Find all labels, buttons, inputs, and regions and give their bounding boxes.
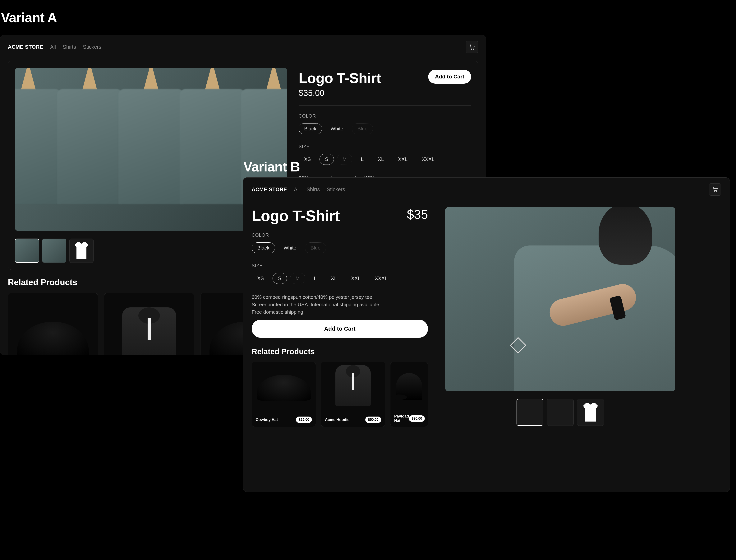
thumbnail-1[interactable] [15, 239, 39, 263]
related-products: Related Products Cowboy Hat $25.00 Acme … [252, 347, 428, 427]
cart-icon [469, 44, 475, 50]
related-card-payload-hat[interactable]: Payload Hat $20.00 [390, 362, 428, 427]
size-options: XS S M L XL XXL XXXL [252, 273, 428, 284]
color-options: Black White Blue [252, 242, 428, 253]
product-title: Logo T-Shirt [299, 70, 420, 86]
color-label: COLOR [252, 232, 428, 238]
tshirt-icon [581, 403, 600, 422]
color-black[interactable]: Black [252, 242, 275, 253]
size-label: SIZE [299, 144, 471, 149]
cart-button[interactable] [466, 41, 478, 53]
related-name: Cowboy Hat [256, 418, 278, 422]
related-row: Cowboy Hat $25.00 Acme Hoodie $50.00 [252, 362, 428, 427]
thumbnail-1[interactable] [516, 399, 543, 426]
color-blue: Blue [352, 123, 373, 134]
nav-shirts[interactable]: Shirts [307, 187, 320, 193]
hero-image [445, 207, 675, 391]
color-label: COLOR [299, 113, 471, 119]
svg-point-2 [714, 191, 715, 192]
color-white[interactable]: White [278, 242, 302, 253]
related-card-cowboy-hat[interactable]: Cowboy Hat $25.00 [252, 362, 316, 427]
thumbnail-2[interactable] [42, 239, 66, 263]
size-m: M [337, 154, 352, 165]
size-xs[interactable]: XS [299, 154, 317, 165]
size-l[interactable]: L [356, 154, 369, 165]
color-options: Black White Blue [299, 123, 471, 134]
svg-point-1 [473, 49, 474, 49]
add-to-cart-button[interactable]: Add to Cart [428, 70, 471, 84]
related-title: Related Products [252, 347, 428, 356]
nav-shirts[interactable]: Shirts [63, 44, 76, 50]
size-xs[interactable]: XS [252, 273, 270, 284]
hoodie-icon [122, 307, 176, 355]
product-details: Logo T-Shirt $35 COLOR Black White Blue … [252, 207, 428, 427]
related-price: $20.00 [409, 415, 425, 422]
product-title: Logo T-Shirt [252, 207, 340, 225]
thumbnail-row [445, 399, 675, 426]
nav-stickers[interactable]: Stickers [83, 44, 101, 50]
thumbnail-3[interactable] [69, 239, 94, 263]
header: ACME STORE All Shirts Stickers [0, 35, 486, 59]
product-price: $35 [407, 207, 428, 222]
related-card-1[interactable] [8, 293, 98, 355]
hat-icon [257, 375, 311, 401]
size-xl[interactable]: XL [372, 154, 389, 165]
color-blue: Blue [305, 242, 326, 253]
thumbnail-2[interactable] [547, 399, 574, 426]
divider [299, 105, 471, 106]
size-xxxl[interactable]: XXXL [416, 154, 440, 165]
product-price: $35.00 [299, 88, 471, 98]
product-description: 60% combed ringspun cotton/40% polyester… [252, 293, 386, 316]
cart-icon [712, 187, 718, 192]
add-to-cart-button[interactable]: Add to Cart [252, 320, 428, 338]
size-xl[interactable]: XL [325, 273, 343, 284]
store-logo[interactable]: ACME STORE [8, 44, 43, 50]
related-card-2[interactable] [104, 293, 194, 355]
size-xxl[interactable]: XXL [392, 154, 413, 165]
related-card-hoodie[interactable]: Acme Hoodie $50.00 [321, 362, 385, 427]
color-black[interactable]: Black [299, 123, 322, 134]
thumbnail-3[interactable] [577, 399, 604, 426]
related-name: Acme Hoodie [325, 418, 350, 422]
cart-button[interactable] [709, 183, 721, 196]
nav-all[interactable]: All [50, 44, 56, 50]
variant-b-card: ACME STORE All Shirts Stickers Logo T-Sh… [243, 177, 730, 492]
size-s[interactable]: S [273, 273, 287, 284]
svg-point-3 [716, 191, 717, 192]
header: ACME STORE All Shirts Stickers [243, 178, 730, 201]
size-label: SIZE [252, 263, 428, 268]
cap-icon [396, 373, 422, 400]
related-price: $25.00 [296, 417, 312, 423]
hoodie-icon [336, 365, 370, 406]
color-white[interactable]: White [325, 123, 349, 134]
size-xxl[interactable]: XXL [346, 273, 366, 284]
variant-a-label: Variant A [1, 10, 57, 25]
hat-icon [17, 322, 89, 355]
size-m: M [290, 273, 305, 284]
related-name: Payload Hat [394, 414, 409, 423]
size-options: XS S M L XL XXL XXXL [299, 154, 471, 165]
tshirt-icon [73, 242, 90, 259]
store-logo[interactable]: ACME STORE [252, 187, 287, 193]
size-s[interactable]: S [320, 154, 334, 165]
nav-all[interactable]: All [294, 187, 300, 193]
svg-point-0 [471, 49, 472, 49]
related-price: $50.00 [365, 417, 381, 423]
variant-b-label: Variant B [244, 159, 300, 175]
size-xxxl[interactable]: XXXL [369, 273, 393, 284]
size-l[interactable]: L [309, 273, 322, 284]
product-gallery [445, 207, 675, 427]
nav-stickers[interactable]: Stickers [327, 187, 345, 193]
product-main: Logo T-Shirt $35 COLOR Black White Blue … [243, 201, 730, 427]
